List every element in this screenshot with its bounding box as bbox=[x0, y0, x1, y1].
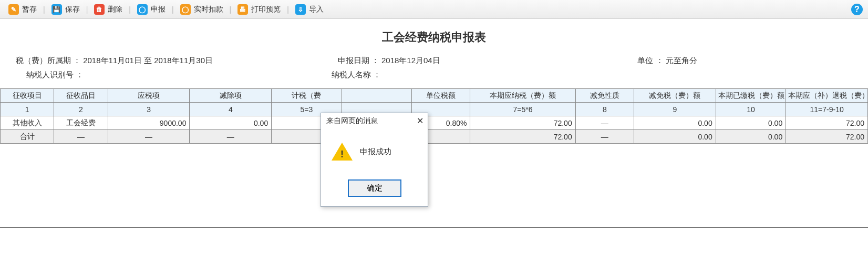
declare-icon: ◯ bbox=[137, 4, 148, 15]
delete-button[interactable]: 🗑 删除 bbox=[91, 3, 126, 16]
cell: 工会经费 bbox=[54, 116, 108, 130]
dialog-message: 申报成功 bbox=[360, 147, 391, 157]
period-value: 2018年11月01日 至 2018年11月30日 bbox=[83, 56, 213, 66]
cell: — bbox=[575, 130, 634, 144]
unit-value: 元至角分 bbox=[666, 56, 697, 66]
dialog-ok-button[interactable]: 确定 bbox=[348, 179, 401, 197]
idx-cell: 9 bbox=[634, 103, 716, 116]
cell: 72.00 bbox=[470, 116, 575, 130]
idx-cell: 4 bbox=[190, 103, 272, 116]
idx-cell: 7=5*6 bbox=[470, 103, 575, 116]
toolbar-separator: | bbox=[86, 5, 88, 14]
toolbar-separator: | bbox=[43, 5, 45, 14]
save-draft-icon: ✎ bbox=[8, 4, 19, 15]
col-header: 应税项 bbox=[108, 89, 190, 103]
col-header: 征收品目 bbox=[54, 89, 108, 103]
cell: 0.00 bbox=[634, 130, 716, 144]
col-header: 减免税（费）额 bbox=[634, 89, 716, 103]
print-icon: 🖶 bbox=[237, 4, 248, 15]
dialog-close-button[interactable]: ✕ bbox=[417, 117, 423, 125]
warning-icon: ! bbox=[332, 143, 353, 161]
save-button[interactable]: 💾 保存 bbox=[48, 3, 83, 16]
cell: 0.00 bbox=[716, 116, 786, 130]
save-draft-button[interactable]: ✎ 暂存 bbox=[5, 3, 40, 16]
help-button[interactable]: ? bbox=[851, 4, 863, 15]
cell: 72.00 bbox=[786, 130, 868, 144]
table-header-row: 征收项目 征收品目 应税项 减除项 计税（费 单位税额 本期应纳税（费）额 减免… bbox=[1, 89, 868, 103]
toolbar: ✎ 暂存 | 💾 保存 | 🗑 删除 | ◯ 申报 | ◯ 实时扣款 | 🖶 打… bbox=[0, 0, 868, 19]
table-index-row: 1 2 3 4 5=3 7=5*6 8 9 10 11=7-9-10 bbox=[1, 103, 868, 116]
toolbar-separator: | bbox=[287, 5, 289, 14]
dialog-title: 来自网页的消息 bbox=[326, 116, 378, 126]
table-total-row: 合计 — — — 72.00 — 0.00 0.00 72.00 bbox=[1, 130, 868, 144]
tax-table: 征收项目 征收品目 应税项 减除项 计税（费 单位税额 本期应纳税（费）额 减免… bbox=[0, 88, 868, 144]
col-header bbox=[342, 89, 412, 103]
toolbar-separator: | bbox=[230, 5, 232, 14]
col-header: 减免性质 bbox=[575, 89, 634, 103]
cell: — bbox=[575, 116, 634, 130]
col-header: 减除项 bbox=[190, 89, 272, 103]
print-button[interactable]: 🖶 打印预览 bbox=[234, 3, 284, 16]
cell: 72.00 bbox=[470, 130, 575, 144]
toolbar-separator: | bbox=[172, 5, 174, 14]
col-header: 计税（费 bbox=[272, 89, 342, 103]
delete-label: 删除 bbox=[108, 5, 122, 14]
deduct-icon: ◯ bbox=[180, 4, 191, 15]
cell: — bbox=[190, 130, 272, 144]
declare-label: 申报 bbox=[151, 5, 166, 14]
col-header: 本期已缴税（费）额 bbox=[716, 89, 786, 103]
cell: — bbox=[54, 130, 108, 144]
import-label: 导入 bbox=[309, 5, 324, 14]
deduct-label: 实时扣款 bbox=[194, 5, 223, 14]
table-row[interactable]: 其他收入 工会经费 9000.00 0.00 0.80% 72.00 — 0.0… bbox=[1, 116, 868, 130]
import-button[interactable]: ⇩ 导入 bbox=[292, 3, 327, 16]
info-block: 税（费）所属期 ： 2018年11月01日 至 2018年11月30日 申报日期… bbox=[0, 51, 868, 88]
taxpayer-name-label: 纳税人名称 ： bbox=[332, 70, 381, 80]
save-draft-label: 暂存 bbox=[22, 5, 37, 14]
cell: 0.00 bbox=[190, 116, 272, 130]
idx-cell: 11=7-9-10 bbox=[786, 103, 868, 116]
total-label: 合计 bbox=[1, 130, 54, 144]
declare-date-value: 2018年12月04日 bbox=[381, 56, 440, 66]
toolbar-separator: | bbox=[129, 5, 131, 14]
idx-cell: 10 bbox=[716, 103, 786, 116]
idx-cell: 3 bbox=[108, 103, 190, 116]
col-header: 征收项目 bbox=[1, 89, 54, 103]
col-header: 本期应纳税（费）额 bbox=[470, 89, 575, 103]
cell: 72.00 bbox=[786, 116, 868, 130]
cell: 0.00 bbox=[634, 116, 716, 130]
delete-icon: 🗑 bbox=[94, 4, 105, 15]
taxpayer-id-label: 纳税人识别号 ： bbox=[26, 70, 84, 80]
message-dialog: 来自网页的消息 ✕ ! 申报成功 确定 bbox=[321, 113, 428, 207]
idx-cell: 1 bbox=[1, 103, 54, 116]
declare-button[interactable]: ◯ 申报 bbox=[134, 3, 169, 16]
declare-date-label: 申报日期 ： bbox=[338, 56, 379, 66]
period-label: 税（费）所属期 ： bbox=[16, 56, 81, 66]
deduct-button[interactable]: ◯ 实时扣款 bbox=[177, 3, 226, 16]
import-icon: ⇩ bbox=[295, 4, 306, 15]
cell: 9000.00 bbox=[108, 116, 190, 130]
col-header: 本期应（补）退税（费）额 bbox=[786, 89, 868, 103]
cell: — bbox=[108, 130, 190, 144]
page-title: 工会经费纳税申报表 bbox=[0, 29, 868, 45]
cell: 0.00 bbox=[716, 130, 786, 144]
print-label: 打印预览 bbox=[251, 5, 281, 14]
save-label: 保存 bbox=[65, 5, 80, 14]
idx-cell: 8 bbox=[575, 103, 634, 116]
idx-cell: 2 bbox=[54, 103, 108, 116]
col-header: 单位税额 bbox=[412, 89, 470, 103]
cell: 其他收入 bbox=[1, 116, 54, 130]
bottom-gap bbox=[0, 144, 868, 228]
unit-label: 单位 ： bbox=[637, 56, 663, 66]
save-icon: 💾 bbox=[51, 4, 62, 15]
